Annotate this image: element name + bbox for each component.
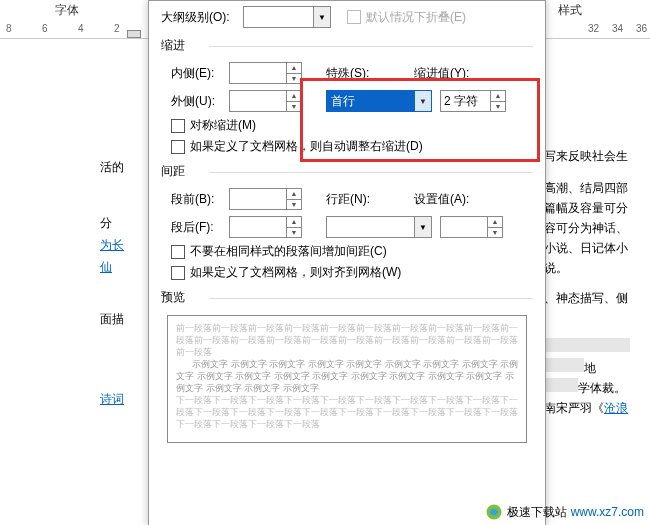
collapse-label: 默认情况下折叠(E): [366, 9, 466, 26]
site-logo-icon: [485, 503, 503, 521]
outside-label: 外侧(U):: [171, 93, 229, 110]
after-spinner[interactable]: ▲▼: [287, 216, 302, 238]
outline-level-label: 大纲级别(O):: [161, 9, 243, 26]
indent-marker-left[interactable]: [127, 30, 141, 38]
chevron-down-icon[interactable]: ▼: [313, 7, 330, 27]
collapse-checkbox: [347, 10, 361, 24]
doc-right-text: 写来反映社会生 高潮、结局四部 篇幅及容量可分 容可分为神话、 小说、日记体小 …: [540, 40, 650, 418]
after-input[interactable]: [229, 216, 287, 238]
font-group-label: 字体: [55, 2, 79, 19]
after-label: 段后(F):: [171, 219, 229, 236]
before-input[interactable]: [229, 188, 287, 210]
before-spinner[interactable]: ▲▼: [287, 188, 302, 210]
set-value-label: 设置值(A):: [414, 191, 484, 208]
preview-box: 前一段落前一段落前一段落前一段落前一段落前一段落前一段落前一段落前一段落前一段落…: [167, 315, 527, 443]
snap-grid-checkbox[interactable]: [171, 266, 185, 280]
doc-left-text: 活的 分 为长 仙 面描 诗词: [100, 150, 148, 410]
before-label: 段前(B):: [171, 191, 229, 208]
inside-label: 内侧(E):: [171, 65, 229, 82]
set-value-input[interactable]: [440, 216, 488, 238]
line-spacing-label: 行距(N):: [326, 191, 414, 208]
outline-level-combo[interactable]: ▼: [243, 6, 331, 28]
snap-grid-label: 如果定义了文档网格，则对齐到网格(W): [190, 264, 401, 281]
line-spacing-combo[interactable]: ▼: [326, 216, 432, 238]
no-space-same-style-checkbox[interactable]: [171, 245, 185, 259]
inside-input[interactable]: [229, 62, 287, 84]
style-group-label: 样式: [558, 2, 582, 19]
no-space-same-style-label: 不要在相同样式的段落间增加间距(C): [190, 243, 387, 260]
mirror-indent-checkbox[interactable]: [171, 119, 185, 133]
outside-input[interactable]: [229, 90, 287, 112]
set-value-spinner[interactable]: ▲▼: [488, 216, 503, 238]
watermark: 极速下载站 www.xz7.com: [485, 503, 644, 521]
mirror-indent-label: 对称缩进(M): [190, 117, 256, 134]
grid-adjust-checkbox[interactable]: [171, 140, 185, 154]
watermark-link[interactable]: www.xz7.com: [571, 505, 644, 519]
chevron-down-icon[interactable]: ▼: [414, 217, 431, 237]
red-highlight: [300, 78, 540, 162]
